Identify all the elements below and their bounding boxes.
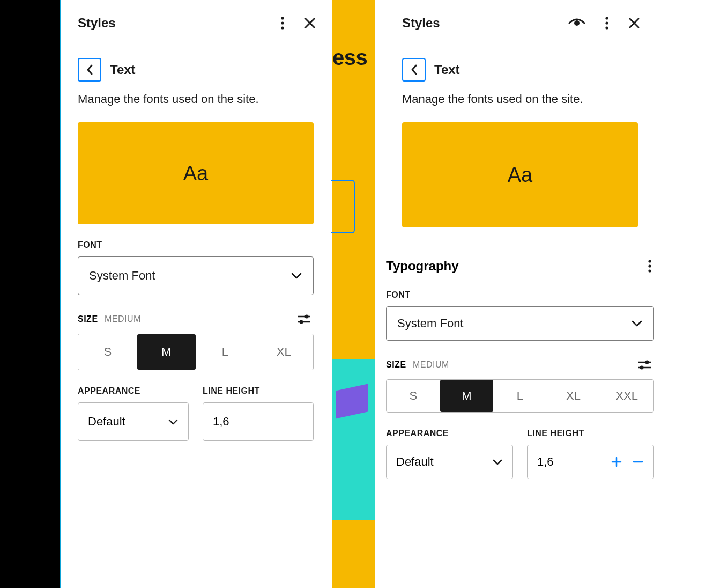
panel-header: Styles bbox=[386, 0, 654, 46]
font-select[interactable]: System Font bbox=[78, 256, 314, 295]
svg-point-1 bbox=[281, 21, 284, 24]
size-segmented-control: SMLXLXXL bbox=[386, 379, 654, 413]
size-option-l[interactable]: L bbox=[196, 334, 255, 370]
close-button[interactable] bbox=[302, 15, 318, 31]
appearance-select[interactable]: Default bbox=[386, 445, 513, 479]
sliders-icon bbox=[637, 359, 652, 371]
chevron-down-icon bbox=[168, 418, 179, 425]
svg-point-6 bbox=[300, 320, 303, 324]
lineheight-value: 1,6 bbox=[213, 415, 229, 429]
more-menu-button[interactable] bbox=[278, 14, 287, 32]
panel-title: Styles bbox=[402, 16, 440, 31]
font-selected-value: System Font bbox=[89, 269, 155, 283]
section-description: Manage the fonts used on the site. bbox=[78, 92, 314, 106]
style-book-button[interactable] bbox=[566, 16, 588, 31]
svg-point-15 bbox=[645, 361, 649, 364]
styles-panel-left: Styles Text Manage the fonts used on the… bbox=[62, 0, 330, 588]
background-selection-outline bbox=[331, 180, 355, 233]
appearance-value: Default bbox=[396, 455, 434, 469]
background-partial-text: ess bbox=[332, 46, 367, 70]
panel-title: Styles bbox=[78, 16, 116, 31]
size-option-s[interactable]: S bbox=[78, 334, 137, 370]
size-option-xl[interactable]: XL bbox=[255, 334, 314, 370]
size-segmented-control: SMLXL bbox=[78, 334, 314, 370]
lineheight-value: 1,6 bbox=[537, 455, 554, 469]
size-option-xl[interactable]: XL bbox=[547, 380, 600, 412]
lineheight-label: LINE HEIGHT bbox=[527, 429, 654, 438]
font-select[interactable]: System Font bbox=[386, 306, 654, 341]
font-selected-value: System Font bbox=[397, 317, 463, 330]
chevron-down-icon bbox=[492, 459, 503, 466]
lineheight-label: LINE HEIGHT bbox=[203, 386, 314, 396]
close-button[interactable] bbox=[626, 15, 642, 31]
size-option-l[interactable]: L bbox=[493, 380, 547, 412]
panel-header: Styles bbox=[62, 0, 330, 46]
size-value: MEDIUM bbox=[413, 360, 449, 369]
size-option-s[interactable]: S bbox=[387, 380, 440, 412]
back-button[interactable] bbox=[402, 58, 426, 82]
chevron-left-icon bbox=[86, 64, 93, 76]
more-menu-button[interactable] bbox=[603, 14, 611, 32]
chevron-left-icon bbox=[410, 64, 418, 76]
more-vertical-icon bbox=[280, 16, 285, 30]
preview-sample-text: Aa bbox=[183, 162, 208, 185]
typography-preview: Aa bbox=[78, 122, 314, 224]
size-label: SIZE bbox=[78, 314, 98, 324]
svg-point-9 bbox=[605, 21, 608, 24]
preview-sample-text: Aa bbox=[508, 164, 532, 187]
chevron-down-icon bbox=[291, 272, 302, 280]
svg-point-8 bbox=[605, 17, 608, 19]
font-label: FONT bbox=[386, 290, 654, 300]
close-icon bbox=[304, 17, 316, 29]
svg-point-7 bbox=[574, 20, 580, 26]
svg-point-0 bbox=[281, 17, 284, 19]
size-option-m[interactable]: M bbox=[137, 334, 196, 370]
background-teal-block bbox=[332, 359, 375, 520]
svg-point-11 bbox=[648, 260, 651, 262]
size-settings-button[interactable] bbox=[635, 357, 654, 373]
size-settings-button[interactable] bbox=[294, 311, 314, 327]
svg-point-10 bbox=[605, 26, 608, 29]
size-option-xxl[interactable]: XXL bbox=[600, 380, 653, 412]
plus-icon bbox=[611, 456, 622, 468]
appearance-value: Default bbox=[88, 415, 125, 429]
more-vertical-icon bbox=[648, 259, 652, 273]
lineheight-increase-button[interactable] bbox=[611, 456, 622, 468]
svg-point-2 bbox=[281, 26, 284, 29]
typography-heading: Typography bbox=[386, 259, 459, 274]
appearance-select[interactable]: Default bbox=[78, 402, 189, 441]
size-option-m[interactable]: M bbox=[440, 380, 494, 412]
chevron-down-icon bbox=[631, 320, 643, 327]
eye-icon bbox=[568, 18, 585, 28]
typography-preview: Aa bbox=[402, 122, 638, 227]
section-title: Text bbox=[110, 62, 136, 77]
typography-more-button[interactable] bbox=[645, 257, 654, 275]
svg-point-13 bbox=[648, 269, 651, 272]
font-label: FONT bbox=[78, 240, 314, 250]
svg-point-4 bbox=[305, 315, 309, 319]
sliders-icon bbox=[296, 313, 311, 325]
minus-icon bbox=[632, 456, 644, 468]
size-value: MEDIUM bbox=[105, 314, 141, 324]
lineheight-input[interactable]: 1,6 bbox=[527, 445, 654, 479]
size-label: SIZE bbox=[386, 360, 406, 369]
appearance-label: APPEARANCE bbox=[386, 429, 513, 438]
close-icon bbox=[628, 17, 640, 29]
editor-black-sidebar bbox=[0, 0, 61, 588]
section-title: Text bbox=[434, 62, 460, 77]
back-button[interactable] bbox=[78, 58, 101, 82]
lineheight-input[interactable]: 1,6 bbox=[203, 402, 314, 441]
more-vertical-icon bbox=[605, 16, 609, 30]
lineheight-decrease-button[interactable] bbox=[632, 456, 644, 468]
svg-point-12 bbox=[648, 264, 651, 267]
svg-point-17 bbox=[640, 366, 644, 370]
styles-panel-right: Styles Text Manage the fonts us bbox=[386, 0, 654, 588]
appearance-label: APPEARANCE bbox=[78, 386, 189, 396]
section-description: Manage the fonts used on the site. bbox=[402, 92, 638, 106]
